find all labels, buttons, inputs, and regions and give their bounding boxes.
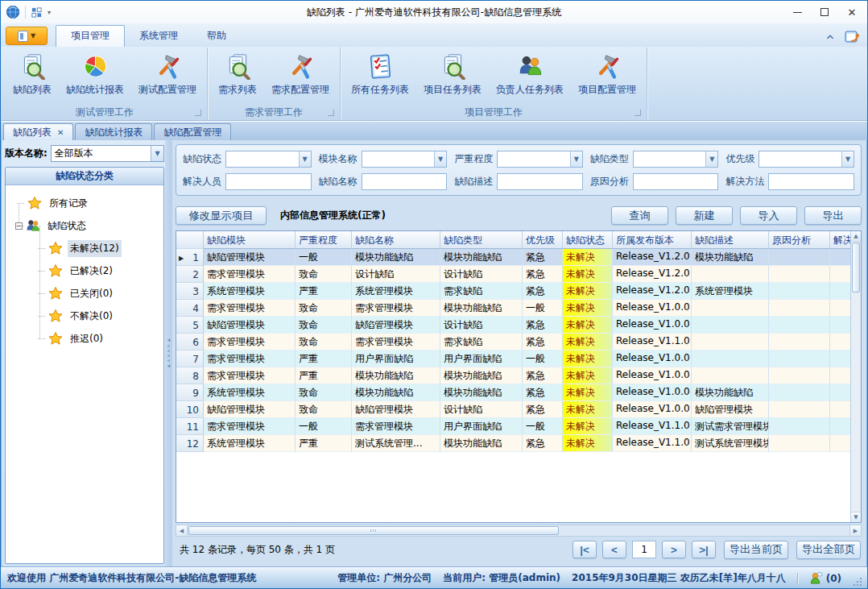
cell-module[interactable]: 需求管理模块 (204, 334, 296, 350)
prev-page-button[interactable]: < (602, 541, 626, 558)
cell-name[interactable]: 模块功能缺陷 (352, 384, 440, 401)
cell-module[interactable]: 缺陷管理模块 (204, 317, 296, 334)
first-page-button[interactable]: |< (572, 541, 597, 558)
cell-severity[interactable]: 致命 (296, 266, 352, 283)
cell-version[interactable]: Release_V1.2.0 (613, 249, 692, 266)
cell-name[interactable]: 缺陷管理模块 (352, 401, 440, 418)
cell-type[interactable]: 需求缺陷 (440, 283, 523, 300)
cell-version[interactable]: Release_V1.2.0 (613, 283, 692, 300)
filter-select[interactable]: ▼ (633, 151, 719, 168)
cell-version[interactable]: Release_V1.0.0 (613, 300, 692, 317)
scroll-down-icon[interactable]: ▼ (851, 512, 861, 522)
cell-priority[interactable]: 紧急 (523, 283, 563, 300)
cell-type[interactable]: 模块功能缺陷 (440, 435, 523, 452)
cell-status[interactable]: 未解决 (563, 418, 613, 435)
tree-item[interactable]: − 推迟(0) (7, 327, 162, 350)
cell-description[interactable]: 模块功能缺陷 (692, 384, 769, 401)
ribbon-button[interactable]: 缺陷统计报表 (59, 49, 131, 98)
cell-description[interactable] (692, 300, 769, 317)
cell-solution[interactable] (830, 249, 850, 266)
dialog-launcher-icon[interactable] (634, 110, 641, 116)
cell-version[interactable]: Release_V1.1.0 (613, 418, 692, 435)
cell-priority[interactable]: 紧急 (523, 266, 563, 283)
cell-type[interactable]: 模块功能缺陷 (440, 300, 523, 317)
dropdown-arrow-icon[interactable]: ▼ (841, 151, 854, 167)
table-row[interactable]: 12 系统管理模块 严重 测试系统管理... 模块功能缺陷 紧急 未解决 Rel… (176, 435, 850, 452)
page-number-input[interactable] (632, 541, 656, 558)
dropdown-arrow-icon[interactable]: ▼ (570, 151, 582, 167)
scroll-up-icon[interactable]: ▲ (851, 231, 861, 242)
minimize-button[interactable] (783, 2, 811, 22)
cell-analysis[interactable] (769, 249, 830, 266)
filter-input[interactable]: ▼ (768, 173, 854, 190)
cell-priority[interactable]: 一般 (523, 418, 563, 435)
cell-module[interactable]: 需求管理模块 (204, 418, 296, 435)
cell-description[interactable] (692, 266, 769, 283)
cell-module[interactable]: 需求管理模块 (204, 300, 296, 317)
row-header-cell[interactable]: 6 (176, 334, 204, 350)
column-header[interactable]: 缺陷模块 (204, 231, 296, 249)
cell-version[interactable]: Release_V1.1.0 (613, 334, 692, 350)
table-row[interactable]: 3 系统管理模块 严重 系统管理模块 需求缺陷 紧急 未解决 Release_V… (176, 283, 850, 300)
cell-name[interactable]: 缺陷管理模块 (352, 317, 440, 334)
table-row[interactable]: 9 系统管理模块 致命 模块功能缺陷 模块功能缺陷 紧急 未解决 Release… (176, 384, 850, 401)
cell-type[interactable]: 设计缺陷 (440, 317, 523, 334)
row-header-cell[interactable]: ▶1 (176, 249, 204, 266)
collapse-expander-icon[interactable]: − (15, 222, 23, 230)
row-header-cell[interactable]: 4 (176, 300, 204, 317)
last-page-button[interactable]: >| (692, 541, 716, 558)
table-row[interactable]: 7 需求管理模块 严重 用户界面缺陷 用户界面缺陷 一般 未解决 Release… (176, 350, 850, 367)
column-header[interactable]: 所属发布版本 (613, 231, 692, 249)
cell-solution[interactable] (830, 283, 850, 300)
cell-name[interactable]: 测试系统管理... (352, 435, 440, 452)
document-tab[interactable]: 缺陷统计报表 (75, 123, 152, 140)
dialog-launcher-icon[interactable] (195, 110, 201, 116)
row-header-cell[interactable]: 7 (176, 350, 204, 367)
table-row[interactable]: 2 需求管理模块 致命 设计缺陷 设计缺陷 紧急 未解决 Release_V1.… (176, 266, 850, 283)
person-status-icon[interactable] (809, 571, 823, 585)
cell-analysis[interactable] (769, 350, 830, 367)
row-header-cell[interactable]: 3 (176, 283, 204, 300)
column-header[interactable]: 严重程度 (296, 231, 352, 249)
cell-solution[interactable] (830, 350, 850, 367)
row-header-cell[interactable]: 8 (176, 367, 204, 384)
filter-input[interactable]: ▼ (633, 173, 719, 190)
toolbar-action-button[interactable]: 导出 (804, 206, 862, 225)
tree-item[interactable]: − 已解决(2) (7, 259, 162, 282)
table-row[interactable]: 4 需求管理模块 致命 需求管理模块 模块功能缺陷 一般 未解决 Release… (176, 300, 850, 317)
dialog-launcher-icon[interactable] (328, 110, 334, 116)
cell-status[interactable]: 未解决 (563, 401, 613, 418)
cell-status[interactable]: 未解决 (563, 384, 613, 401)
close-tab-icon[interactable]: ✕ (57, 128, 64, 137)
cell-type[interactable]: 设计缺陷 (440, 266, 523, 283)
cell-name[interactable]: 模块功能缺陷 (352, 367, 440, 384)
cell-name[interactable]: 设计缺陷 (352, 266, 440, 283)
ribbon-tab[interactable]: 系统管理 (125, 26, 192, 47)
cell-name[interactable]: 用户界面缺陷 (352, 350, 440, 367)
cell-severity[interactable]: 致命 (296, 401, 352, 418)
cell-module[interactable]: 缺陷管理模块 (204, 249, 296, 266)
tree-item[interactable]: − 未解决(12) (7, 237, 162, 259)
cell-type[interactable]: 用户界面缺陷 (440, 418, 523, 435)
cell-version[interactable]: Release_V1.2.0 (613, 266, 692, 283)
cell-module[interactable]: 缺陷管理模块 (204, 401, 296, 418)
cell-description[interactable] (692, 334, 769, 350)
cell-analysis[interactable] (769, 418, 830, 435)
cell-module[interactable]: 需求管理模块 (204, 367, 296, 384)
dropdown-arrow-icon[interactable]: ▼ (299, 151, 311, 167)
cell-type[interactable]: 模块功能缺陷 (440, 367, 523, 384)
cell-solution[interactable] (830, 401, 850, 418)
cell-type[interactable]: 模块功能缺陷 (440, 384, 523, 401)
horizontal-scrollbar[interactable]: ◀ ▶ (176, 525, 862, 537)
cell-type[interactable]: 需求缺陷 (440, 334, 523, 350)
cell-version[interactable]: Release_V1.0.0 (613, 317, 692, 334)
modify-columns-button[interactable]: 修改显示项目 (176, 206, 267, 225)
cell-solution[interactable] (830, 367, 850, 384)
ribbon-button[interactable]: 需求配置管理 (264, 49, 337, 98)
cell-name[interactable]: 需求管理模块 (352, 334, 440, 350)
cell-version[interactable]: Release_V1.1.0 (613, 435, 692, 452)
cell-version[interactable]: Release_V1.0.0 (613, 384, 692, 401)
close-button[interactable]: ✕ (838, 2, 866, 22)
cell-type[interactable]: 用户界面缺陷 (440, 350, 523, 367)
dropdown-arrow-icon[interactable]: ▼ (705, 151, 717, 167)
